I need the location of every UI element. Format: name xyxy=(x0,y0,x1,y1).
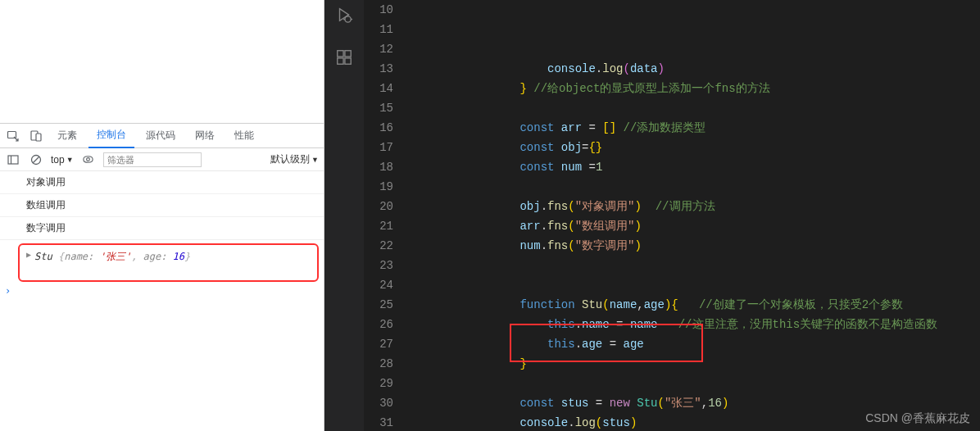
context-selector[interactable]: top ▼ xyxy=(51,154,74,166)
svg-line-6 xyxy=(33,157,39,163)
devtools-preview-pane xyxy=(0,0,324,124)
object-class: Stu xyxy=(34,251,52,262)
activity-bar xyxy=(324,0,364,431)
tab-sources[interactable]: 源代码 xyxy=(138,124,184,148)
tab-console[interactable]: 控制台 xyxy=(88,124,134,148)
watermark-text: CSDN @香蕉麻花皮 xyxy=(865,411,970,426)
devtools-tab-bar: 元素 控制台 源代码 网络 性能 xyxy=(0,124,324,148)
console-log-row[interactable]: 对象调用 xyxy=(0,171,324,194)
extensions-icon[interactable] xyxy=(324,43,364,72)
clear-console-icon[interactable] xyxy=(28,152,44,168)
svg-point-9 xyxy=(345,16,351,22)
device-toggle-icon[interactable] xyxy=(26,126,46,146)
devtools-panel: 元素 控制台 源代码 网络 性能 top ▼ 默认级别 ▼ 对象调用 数组调用 … xyxy=(0,0,324,431)
tab-performance[interactable]: 性能 xyxy=(226,124,262,148)
svg-rect-16 xyxy=(345,58,351,64)
level-label: 默认级别 xyxy=(270,152,310,166)
console-sidebar-icon[interactable] xyxy=(5,152,21,168)
expand-arrow-icon[interactable]: ▶ xyxy=(26,250,31,259)
tab-elements[interactable]: 元素 xyxy=(49,124,85,148)
filter-input[interactable] xyxy=(103,152,202,167)
console-prompt[interactable]: › xyxy=(0,282,324,300)
tab-network[interactable]: 网络 xyxy=(187,124,223,148)
console-log-row[interactable]: 数字调用 xyxy=(0,217,324,240)
inspect-icon[interactable] xyxy=(3,126,23,146)
console-output: 对象调用 数组调用 数字调用 ▶ Stu {name: '张三', age: 1… xyxy=(0,171,324,431)
svg-rect-15 xyxy=(338,58,343,64)
console-toolbar: top ▼ 默认级别 ▼ xyxy=(0,148,324,171)
svg-rect-14 xyxy=(345,51,351,57)
live-expression-icon[interactable] xyxy=(80,152,97,168)
chevron-down-icon: ▼ xyxy=(311,156,319,164)
svg-point-7 xyxy=(87,158,90,161)
code-editor: 1011121314151617181920212223242526272829… xyxy=(324,0,980,431)
editor-surface[interactable]: 1011121314151617181920212223242526272829… xyxy=(364,0,980,431)
console-log-row[interactable]: 数组调用 xyxy=(0,194,324,217)
svg-rect-2 xyxy=(36,134,41,141)
log-level-selector[interactable]: 默认级别 ▼ xyxy=(270,152,319,166)
console-object-log[interactable]: ▶ Stu {name: '张三', age: 16} xyxy=(18,243,319,282)
run-debug-icon[interactable] xyxy=(324,0,364,29)
line-gutter: 1011121314151617181920212223242526272829… xyxy=(364,0,410,431)
code-content[interactable]: console.log(data) } //给object的显式原型上添加一个f… xyxy=(410,0,980,431)
svg-rect-3 xyxy=(8,156,18,164)
chevron-down-icon: ▼ xyxy=(66,156,74,164)
svg-rect-13 xyxy=(338,51,343,57)
context-label: top xyxy=(51,154,65,166)
